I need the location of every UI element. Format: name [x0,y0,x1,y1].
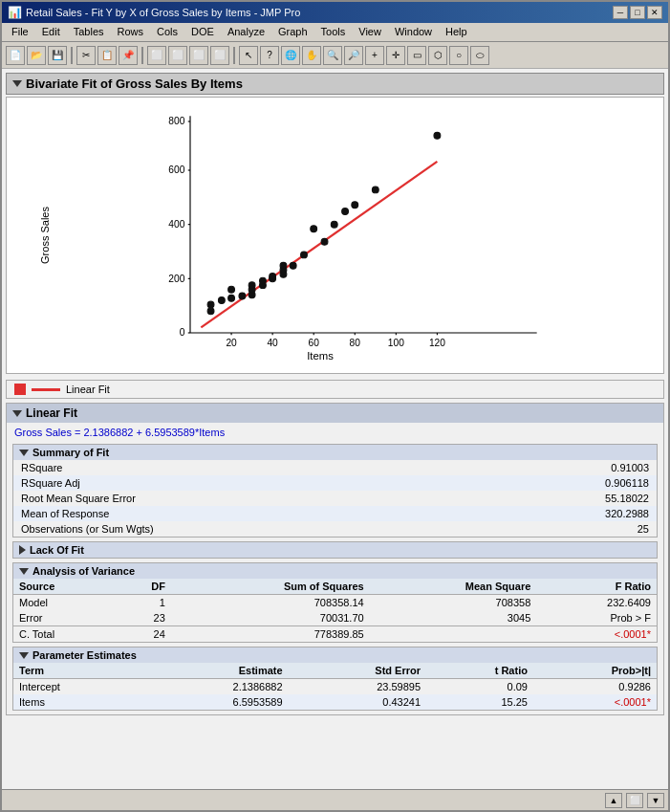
svg-point-43 [301,252,308,258]
table-row: Observations (or Sum Wgts) 25 [13,521,657,537]
tool2[interactable]: ⬜ [168,46,187,65]
scroll-up-button[interactable]: ▲ [605,793,622,808]
poly-tool[interactable]: ⬡ [428,46,447,65]
tool3[interactable]: ⬜ [189,46,208,65]
tool1[interactable]: ⬜ [147,46,166,65]
menu-analyze[interactable]: Analyze [222,25,270,39]
table-row: RSquare 0.91003 [13,460,657,475]
anova-col-f: F Ratio [536,579,657,595]
maximize-button[interactable]: □ [630,6,645,19]
stat-label: RSquare Adj [13,475,473,491]
save-button[interactable]: 💾 [48,46,67,65]
menu-cols[interactable]: Cols [151,25,184,39]
new-button[interactable]: 📄 [6,46,25,65]
svg-point-30 [228,286,235,293]
anova-col-df: DF [116,579,171,595]
chart-container: Gross Sales 0 200 400 600 800 20 40 [6,97,664,374]
hand-tool[interactable]: ✋ [302,46,321,65]
menu-help[interactable]: Help [440,25,473,39]
param-col-prob: Prob>|t| [533,663,657,679]
menu-view[interactable]: View [353,25,387,39]
menu-doe[interactable]: DOE [185,25,220,39]
circle-tool[interactable]: ○ [449,46,468,65]
close-button[interactable]: ✕ [647,6,662,19]
paste-button[interactable]: 📌 [119,46,138,65]
lof-collapse-triangle[interactable] [19,545,26,555]
crosshair-tool[interactable]: ✛ [386,46,405,65]
svg-point-27 [207,301,214,308]
open-button[interactable]: 📂 [27,46,46,65]
plus-tool[interactable]: + [365,46,384,65]
app-icon: 📊 [8,6,22,19]
svg-point-45 [321,238,328,245]
stat-label: Observations (or Sum Wgts) [13,521,473,537]
linear-fit-section: Linear Fit Gross Sales = 2.1386882 + 6.5… [6,403,664,715]
lof-title: Lack Of Fit [30,544,84,556]
param-collapse-triangle[interactable] [19,652,29,659]
anova-title: Analysis of Variance [32,565,135,577]
menu-rows[interactable]: Rows [112,25,150,39]
zoom-out-tool[interactable]: 🔎 [344,46,363,65]
anova-ss: 708358.14 [171,595,370,611]
menu-tools[interactable]: Tools [315,25,352,39]
title-bar-left: 📊 Retail Sales - Fit Y by X of Gross Sal… [8,6,300,19]
svg-point-38 [270,274,276,280]
toolbar: 📄 📂 💾 ✂ 📋 📌 ⬜ ⬜ ⬜ ⬜ ↖ ? 🌐 ✋ 🔍 🔎 + ✛ ▭ ⬡ … [2,42,668,69]
anova-col-source: Source [13,579,116,595]
scroll-down-button[interactable]: ▼ [647,793,664,808]
stat-label: RSquare [13,460,473,475]
parameter-estimates-header: Parameter Estimates [13,647,657,663]
status-bar: ▲ ⬜ ▼ [2,789,668,810]
legend-color-swatch [14,384,26,395]
stat-label: Root Mean Square Error [13,491,473,506]
menu-bar: File Edit Tables Rows Cols DOE Analyze G… [2,23,668,42]
bivariate-section-header: Bivariate Fit of Gross Sales By Items [6,73,664,95]
param-estimate: 2.1386882 [140,679,289,695]
table-row: C. Total 24 778389.85 <.0001* [13,626,657,643]
anova-source: C. Total [13,626,116,643]
linear-fit-collapse-triangle[interactable] [12,410,22,417]
svg-point-50 [434,132,441,139]
stat-value: 55.18022 [473,491,657,506]
svg-point-41 [280,262,287,269]
globe-tool[interactable]: 🌐 [281,46,300,65]
param-col-tratio: t Ratio [426,663,533,679]
table-row: Mean of Response 320.2988 [13,506,657,521]
menu-file[interactable]: File [6,25,34,39]
param-tratio: 15.25 [426,694,533,710]
lasso-tool[interactable]: ⬭ [470,46,489,65]
menu-edit[interactable]: Edit [36,25,66,39]
anova-col-ms: Mean Square [370,579,537,595]
scroll-thumb-button[interactable]: ⬜ [626,793,643,808]
window-title: Retail Sales - Fit Y by X of Gross Sales… [26,7,300,18]
cut-button[interactable]: ✂ [76,46,96,65]
summary-of-fit-section: Summary of Fit RSquare 0.91003 RSquare A… [12,444,658,538]
help-tool[interactable]: ? [260,46,279,65]
arrow-tool[interactable]: ↖ [239,46,258,65]
menu-graph[interactable]: Graph [272,25,313,39]
summary-collapse-triangle[interactable] [19,450,29,456]
minimize-button[interactable]: ─ [613,6,628,19]
bivariate-collapse-triangle[interactable] [12,80,22,87]
tool4[interactable]: ⬜ [210,46,229,65]
copy-button[interactable]: 📋 [97,46,117,65]
param-term: Items [13,694,140,710]
rect-tool[interactable]: ▭ [407,46,426,65]
param-tratio: 0.09 [426,679,533,695]
anova-ss: 70031.70 [171,610,370,626]
anova-ms [370,626,537,643]
zoom-tool[interactable]: 🔍 [323,46,342,65]
param-header-row: Term Estimate Std Error t Ratio Prob>|t| [13,663,657,679]
svg-text:200: 200 [168,274,184,284]
menu-tables[interactable]: Tables [68,25,110,39]
legend-label: Linear Fit [66,384,110,395]
menu-window[interactable]: Window [389,25,438,39]
param-estimate: 6.5953589 [140,694,289,710]
param-col-stderr: Std Error [289,663,426,679]
legend-swatch-svg [14,384,26,395]
svg-point-49 [372,187,378,193]
svg-text:100: 100 [388,338,404,348]
bivariate-section-title: Bivariate Fit of Gross Sales By Items [26,77,243,91]
anova-header: Analysis of Variance [13,563,657,579]
anova-collapse-triangle[interactable] [19,568,29,575]
